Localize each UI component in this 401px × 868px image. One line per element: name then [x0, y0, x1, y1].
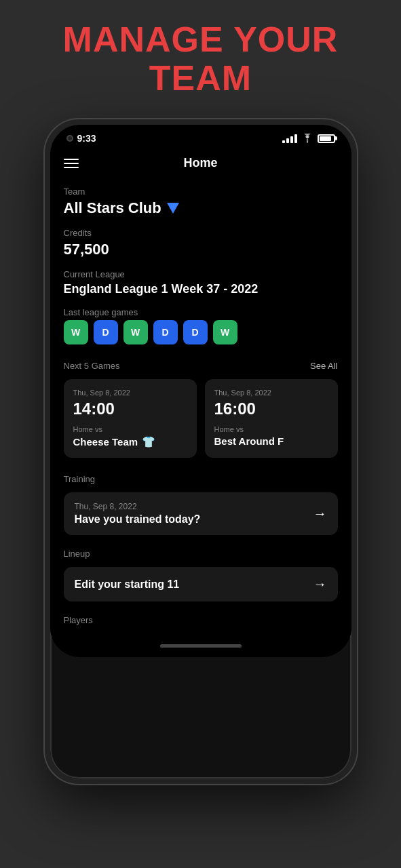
camera-dot — [66, 135, 73, 142]
app-header: Home — [50, 148, 351, 178]
training-section: Training Thu, Sep 8, 2022 Have you train… — [64, 474, 338, 535]
phone-screen: 9:33 — [50, 125, 351, 657]
home-bar — [160, 644, 242, 648]
league-name: England League 1 Week 37 - 2022 — [64, 282, 338, 296]
last-games-badges: W D W D D W — [64, 320, 338, 344]
svg-point-0 — [306, 142, 307, 143]
game-opponent-2: Best Around F — [214, 435, 328, 447]
menu-icon[interactable] — [64, 159, 79, 168]
games-row: Thu, Sep 8, 2022 14:00 Home vs Cheese Te… — [64, 379, 338, 458]
game-badge: D — [183, 320, 208, 344]
game-vs-2: Home vs — [214, 425, 328, 433]
next-games-header: Next 5 Games See All — [64, 361, 338, 371]
team-label: Team — [64, 186, 338, 197]
game-opponent-1: Cheese Team 👕 — [73, 435, 187, 448]
game-time-2: 16:00 — [214, 399, 328, 418]
next-games-label: Next 5 Games — [64, 361, 120, 371]
lineup-arrow-icon: → — [313, 576, 327, 592]
training-title: Have you trained today? — [75, 513, 201, 526]
status-time: 9:33 — [66, 133, 96, 144]
wifi-icon — [301, 134, 313, 143]
signal-icon — [282, 134, 297, 143]
game-badge: D — [153, 320, 178, 344]
training-label: Training — [64, 474, 338, 484]
jersey-icon: 👕 — [142, 435, 155, 448]
lineup-card-content: Edit your starting 11 — [75, 578, 180, 591]
battery-icon — [318, 134, 335, 143]
training-date: Thu, Sep 8, 2022 — [75, 502, 201, 511]
game-badge: W — [123, 320, 148, 344]
training-arrow-icon: → — [313, 506, 327, 521]
team-name-text: All Stars Club — [64, 199, 161, 217]
lineup-label: Lineup — [64, 549, 338, 559]
home-indicator — [50, 639, 351, 657]
lineup-section: Lineup Edit your starting 11 → — [64, 549, 338, 601]
credits-value: 57,500 — [64, 241, 338, 258]
game-date-2: Thu, Sep 8, 2022 — [214, 389, 328, 397]
credits-label: Credits — [64, 228, 338, 238]
players-label: Players — [64, 615, 338, 625]
see-all-button[interactable]: See All — [310, 361, 337, 371]
game-date-1: Thu, Sep 8, 2022 — [73, 389, 187, 397]
status-icons — [282, 134, 335, 143]
game-badge: W — [213, 320, 237, 344]
phone-frame: 9:33 — [45, 119, 357, 784]
league-label: Current League — [64, 269, 338, 279]
game-vs-1: Home vs — [73, 425, 187, 433]
game-time-1: 14:00 — [73, 399, 187, 418]
app-content: Team All Stars Club Credits 57,500 Curre… — [50, 178, 351, 639]
game-badge: D — [94, 320, 118, 344]
shield-icon — [167, 203, 179, 214]
status-bar: 9:33 — [50, 125, 351, 148]
last-games-label: Last league games — [64, 307, 338, 317]
lineup-title: Edit your starting 11 — [75, 578, 180, 591]
training-card-content: Thu, Sep 8, 2022 Have you trained today? — [75, 502, 201, 526]
page-title: MANAGE YOUR TEAM — [63, 20, 339, 98]
header-title: Home — [183, 156, 217, 170]
game-badge: W — [64, 320, 88, 344]
team-name-row: All Stars Club — [64, 199, 338, 217]
game-card-1[interactable]: Thu, Sep 8, 2022 14:00 Home vs Cheese Te… — [64, 379, 197, 458]
game-card-2[interactable]: Thu, Sep 8, 2022 16:00 Home vs Best Arou… — [205, 379, 338, 458]
lineup-card[interactable]: Edit your starting 11 → — [64, 567, 338, 601]
training-card[interactable]: Thu, Sep 8, 2022 Have you trained today?… — [64, 492, 338, 535]
